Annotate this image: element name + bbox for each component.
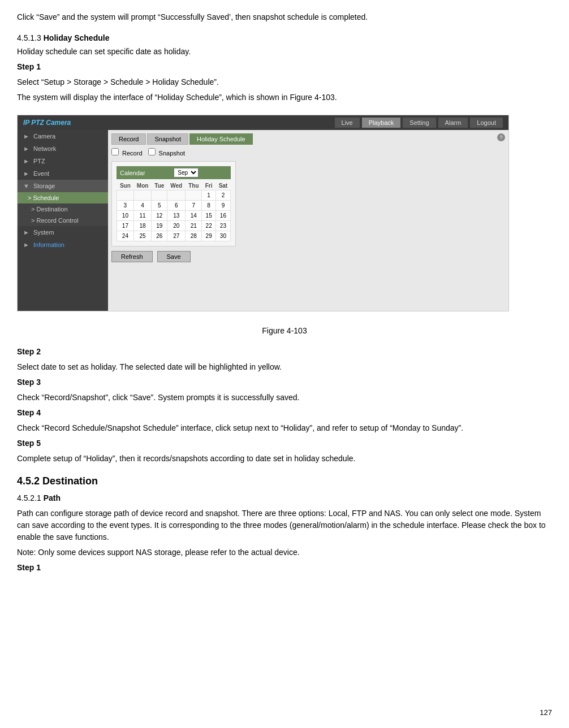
- section-4521-heading: 4.5.2.1 Path: [17, 492, 552, 504]
- step4-label: Step 4: [17, 407, 552, 419]
- arrow-icon-network: ►: [23, 145, 29, 152]
- cal-day weekend[interactable]: 16: [215, 211, 230, 221]
- cal-day[interactable]: 11: [133, 211, 152, 221]
- refresh-button[interactable]: Refresh: [111, 251, 153, 262]
- nav-playback[interactable]: Playback: [362, 118, 401, 128]
- tab-holiday-schedule[interactable]: Holiday Schedule: [189, 133, 253, 145]
- section-452-note: Note: Only some devices support NAS stor…: [17, 547, 552, 558]
- calendar-table: Sun Mon Tue Wed Thu Fri Sat: [117, 181, 231, 241]
- page-number: 127: [540, 708, 552, 717]
- section-4513-para1: Holiday schedule can set specific date a…: [17, 46, 552, 58]
- sidebar-item-event[interactable]: ► Event: [18, 167, 108, 180]
- cal-day[interactable]: 27: [167, 231, 186, 241]
- cal-week-4: 17 18 19 20 21 22 23: [117, 221, 231, 231]
- camera-body: ► Camera ► Network ► PTZ ► Event ▼ Sto: [18, 130, 508, 311]
- sidebar-label-storage: Storage: [33, 183, 55, 189]
- cal-day weekend[interactable]: 3: [117, 201, 134, 211]
- tab-record[interactable]: Record: [111, 133, 146, 145]
- cal-day[interactable]: [167, 190, 186, 201]
- arrow-icon-information: ►: [23, 241, 29, 248]
- cal-week-1: 1 2: [117, 190, 231, 201]
- cal-header-mon: Mon: [133, 181, 152, 190]
- tab-snapshot[interactable]: Snapshot: [147, 133, 188, 145]
- cal-day[interactable]: 28: [186, 231, 202, 241]
- sidebar-label-schedule: > Schedule: [28, 194, 59, 201]
- tab-bar: Record Snapshot Holiday Schedule ?: [111, 133, 505, 145]
- calendar-section: Calendar Sep Sun Mon Tue Wed: [111, 161, 236, 246]
- cal-header-fri: Fri: [202, 181, 215, 190]
- sidebar-item-system[interactable]: ► System: [18, 226, 108, 239]
- cal-day[interactable]: [186, 190, 202, 201]
- nav-logout[interactable]: Logout: [470, 118, 503, 128]
- sidebar-subitem-record-control[interactable]: > Record Control: [18, 215, 108, 226]
- section-4521-num: 4.5.2.1: [17, 493, 41, 502]
- step5-text: Complete setup of “Holiday”, then it rec…: [17, 453, 552, 465]
- section-452: 4.5.2 Destination 4.5.2.1 Path Path can …: [17, 474, 552, 574]
- checkbox-snapshot-label[interactable]: Snapshot: [148, 148, 186, 157]
- cal-day[interactable]: [152, 190, 167, 201]
- cal-day[interactable]: 5: [152, 201, 167, 211]
- section-452-heading: 4.5.2 Destination: [17, 474, 552, 489]
- nav-setting[interactable]: Setting: [403, 118, 436, 128]
- step3-text: Check “Record/Snapshot”, click “Save”. S…: [17, 392, 552, 404]
- cal-day[interactable]: 18: [133, 221, 152, 231]
- cal-header-sat: Sat: [215, 181, 230, 190]
- cal-day[interactable]: 21: [186, 221, 202, 231]
- figure-caption: Figure 4-103: [17, 325, 552, 337]
- checkbox-record[interactable]: [111, 148, 119, 155]
- cal-day weekend[interactable]: 2: [215, 190, 230, 201]
- cal-header-tue: Tue: [152, 181, 167, 190]
- cal-day[interactable]: 20: [167, 221, 186, 231]
- save-button[interactable]: Save: [157, 251, 191, 262]
- cal-day[interactable]: 7: [186, 201, 202, 211]
- checkbox-record-label[interactable]: Record: [111, 148, 143, 157]
- figure-4103-container: IP PTZ Camera Live Playback Setting Alar…: [17, 115, 509, 311]
- cal-day weekend[interactable]: 10: [117, 211, 134, 221]
- cal-day[interactable]: 8: [202, 201, 215, 211]
- cal-day weekend[interactable]: 30: [215, 231, 230, 241]
- cal-day[interactable]: [133, 190, 152, 201]
- step3-label: Step 3: [17, 376, 552, 388]
- help-icon[interactable]: ?: [497, 133, 505, 141]
- checkbox-snapshot[interactable]: [148, 148, 156, 155]
- cal-day[interactable]: 4: [133, 201, 152, 211]
- sidebar-item-storage[interactable]: ▼ Storage: [18, 180, 108, 192]
- cal-day[interactable]: 19: [152, 221, 167, 231]
- sidebar-label-information: Information: [33, 241, 64, 248]
- sidebar-label-record-control: > Record Control: [31, 217, 78, 224]
- month-select[interactable]: Sep: [174, 168, 199, 177]
- cal-day[interactable]: 15: [202, 211, 215, 221]
- calendar-header: Calendar Sep: [117, 166, 231, 179]
- nav-live[interactable]: Live: [335, 118, 360, 128]
- cal-day[interactable]: 6: [167, 201, 186, 211]
- cal-day[interactable]: 14: [186, 211, 202, 221]
- cal-day[interactable]: [117, 190, 134, 201]
- arrow-icon: ►: [23, 133, 29, 140]
- cal-day[interactable]: 29: [202, 231, 215, 241]
- nav-alarm[interactable]: Alarm: [438, 118, 468, 128]
- cal-day[interactable]: 13: [167, 211, 186, 221]
- sidebar-subitem-destination[interactable]: > Destination: [18, 203, 108, 215]
- sidebar-subitem-schedule[interactable]: > Schedule: [18, 192, 108, 203]
- camera-brand: IP PTZ Camera: [23, 119, 71, 127]
- step5-label: Step 5: [17, 437, 552, 449]
- sidebar-item-camera[interactable]: ► Camera: [18, 130, 108, 142]
- cal-day[interactable]: 1: [202, 190, 215, 201]
- cal-day weekend[interactable]: 17: [117, 221, 134, 231]
- cal-day[interactable]: 12: [152, 211, 167, 221]
- sidebar-item-ptz[interactable]: ► PTZ: [18, 155, 108, 167]
- cal-day[interactable]: 25: [133, 231, 152, 241]
- cal-day weekend[interactable]: 9: [215, 201, 230, 211]
- cal-day weekend highlight[interactable]: 23: [215, 221, 230, 231]
- cal-day weekend[interactable]: 24: [117, 231, 134, 241]
- arrow-icon-storage: ▼: [23, 183, 29, 189]
- sidebar-label-event: Event: [33, 170, 49, 177]
- cal-week-2: 3 4 5 6 7 8 9: [117, 201, 231, 211]
- cal-day highlight[interactable]: 22: [202, 221, 215, 231]
- sidebar-item-network[interactable]: ► Network: [18, 142, 108, 155]
- step1-text: Select “Setup > Storage > Schedule > Hol…: [17, 76, 552, 88]
- section-4521-title: Path: [44, 493, 61, 502]
- cal-day[interactable]: 26: [152, 231, 167, 241]
- arrow-icon-ptz: ►: [23, 158, 29, 164]
- sidebar-item-information[interactable]: ► Information: [18, 239, 108, 251]
